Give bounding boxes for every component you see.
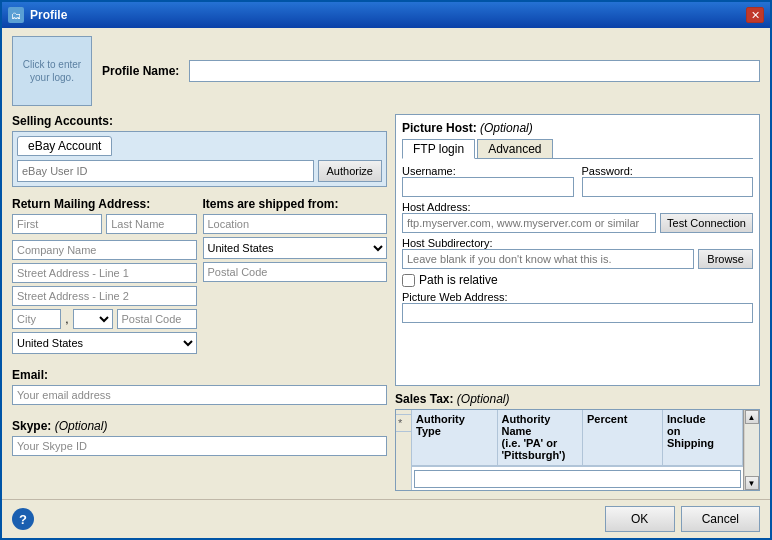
selling-accounts-section: Selling Accounts: eBay Account Authorize — [12, 114, 387, 187]
logo-area[interactable]: Click to enter your logo. — [12, 36, 92, 106]
password-col: Password: — [582, 165, 754, 197]
right-panel: Picture Host: (Optional) FTP login Advan… — [395, 114, 760, 491]
main-row: Selling Accounts: eBay Account Authorize… — [12, 114, 760, 491]
test-connection-button[interactable]: Test Connection — [660, 213, 753, 233]
ebay-userid-row: Authorize — [17, 160, 382, 182]
col-authority-type: Authority Type — [412, 410, 498, 466]
address2-input[interactable] — [12, 286, 197, 306]
main-window: 🗂 Profile ✕ Click to enter your logo. Pr… — [0, 0, 772, 540]
location-input[interactable] — [203, 214, 388, 234]
host-address-input[interactable] — [402, 213, 656, 233]
address1-input[interactable] — [12, 263, 197, 283]
last-name-input[interactable] — [106, 214, 196, 234]
user-pass-grid: Username: Password: — [402, 165, 753, 197]
sales-tax-scrollbar[interactable]: ▲ ▼ — [743, 410, 759, 490]
ebay-account-tab[interactable]: eBay Account — [17, 136, 112, 156]
star-row: * — [396, 415, 411, 432]
star-column: * — [396, 410, 412, 490]
profile-name-row: Click to enter your logo. Profile Name: — [12, 36, 760, 106]
city-input[interactable] — [12, 309, 61, 329]
title-bar-left: 🗂 Profile — [8, 7, 67, 23]
host-address-label: Host Address: — [402, 201, 753, 213]
scroll-down-button[interactable]: ▼ — [745, 476, 759, 490]
cancel-button[interactable]: Cancel — [681, 506, 760, 532]
sales-tax-row-input[interactable] — [414, 470, 741, 488]
subdirectory-input[interactable] — [402, 249, 694, 269]
browse-button[interactable]: Browse — [698, 249, 753, 269]
city-separator: , — [65, 312, 68, 326]
ebay-userid-input[interactable] — [17, 160, 314, 182]
dialog-content: Click to enter your logo. Profile Name: … — [2, 28, 770, 499]
email-section: Email: — [12, 364, 387, 405]
bottom-bar: ? OK Cancel — [2, 499, 770, 538]
sales-tax-data-row — [412, 466, 743, 490]
skype-label: Skype: (Optional) — [12, 419, 387, 433]
zip-input[interactable] — [117, 309, 197, 329]
authorize-button[interactable]: Authorize — [318, 160, 382, 182]
col-include-shipping: Include on Shipping — [663, 410, 743, 466]
selling-accounts-label: Selling Accounts: — [12, 114, 387, 128]
username-input[interactable] — [402, 177, 574, 197]
path-relative-checkbox[interactable] — [402, 274, 415, 287]
username-col: Username: — [402, 165, 574, 197]
close-button[interactable]: ✕ — [746, 7, 764, 23]
dialog-buttons: OK Cancel — [605, 506, 760, 532]
title-bar: 🗂 Profile ✕ — [2, 2, 770, 28]
host-address-row: Host Address: Test Connection — [402, 201, 753, 233]
items-country-select[interactable]: United States — [203, 237, 388, 259]
items-shipped-label: Items are shipped from: — [203, 197, 388, 211]
sales-tax-cols: Authority Type Authority Name (i.e. 'PA'… — [412, 410, 743, 490]
email-label: Email: — [12, 368, 387, 382]
password-input[interactable] — [582, 177, 754, 197]
col-authority-name: Authority Name (i.e. 'PA' or 'Pittsburgh… — [498, 410, 584, 466]
picture-host-box: Picture Host: (Optional) FTP login Advan… — [395, 114, 760, 386]
picture-host-tab-bar: FTP login Advanced — [402, 139, 753, 159]
scroll-up-button[interactable]: ▲ — [745, 410, 759, 424]
tab-advanced[interactable]: Advanced — [477, 139, 552, 158]
skype-input[interactable] — [12, 436, 387, 456]
window-title: Profile — [30, 8, 67, 22]
sales-tax-label: Sales Tax: (Optional) — [395, 392, 760, 406]
picture-host-header: Picture Host: (Optional) — [402, 121, 753, 135]
city-row: , — [12, 309, 197, 329]
items-postal-input[interactable] — [203, 262, 388, 282]
scroll-track — [745, 424, 759, 476]
password-label: Password: — [582, 165, 754, 177]
host-subdirectory-row: Host Subdirectory: Browse — [402, 237, 753, 269]
items-shipped-section: Items are shipped from: United States — [203, 193, 388, 354]
help-button[interactable]: ? — [12, 508, 34, 530]
col-percent: Percent — [583, 410, 663, 466]
company-input[interactable] — [12, 240, 197, 260]
ok-button[interactable]: OK — [605, 506, 675, 532]
country-select[interactable]: United States — [12, 332, 197, 354]
skype-section: Skype: (Optional) — [12, 415, 387, 456]
path-relative-row: Path is relative — [402, 273, 753, 287]
profile-name-input[interactable] — [189, 60, 760, 82]
return-mailing-label: Return Mailing Address: — [12, 197, 197, 211]
sales-tax-table: * Authority Type Authority Name (i.e. 'P… — [396, 410, 759, 490]
items-shipped-fields: United States — [203, 214, 388, 282]
host-subdirectory-label: Host Subdirectory: — [402, 237, 753, 249]
sales-tax-section: Sales Tax: (Optional) * Autho — [395, 392, 760, 491]
picture-web-label: Picture Web Address: — [402, 291, 753, 303]
host-address-input-row: Test Connection — [402, 213, 753, 233]
first-name-input[interactable] — [12, 214, 102, 234]
selling-accounts-box: eBay Account Authorize — [12, 131, 387, 187]
state-select[interactable] — [73, 309, 113, 329]
return-mailing-section: Return Mailing Address: , — [12, 193, 197, 354]
address-columns: Return Mailing Address: , — [12, 193, 387, 354]
window-icon: 🗂 — [8, 7, 24, 23]
name-row — [12, 214, 197, 234]
left-panel: Selling Accounts: eBay Account Authorize… — [12, 114, 387, 491]
return-mailing-fields: , United States — [12, 214, 197, 354]
picture-web-input[interactable] — [402, 303, 753, 323]
email-input[interactable] — [12, 385, 387, 405]
subdirectory-input-row: Browse — [402, 249, 753, 269]
path-relative-label: Path is relative — [419, 273, 498, 287]
sales-tax-box: * Authority Type Authority Name (i.e. 'P… — [395, 409, 760, 491]
tab-ftp-login[interactable]: FTP login — [402, 139, 475, 159]
picture-web-row: Picture Web Address: — [402, 291, 753, 323]
username-label: Username: — [402, 165, 574, 177]
profile-name-label: Profile Name: — [102, 64, 179, 78]
